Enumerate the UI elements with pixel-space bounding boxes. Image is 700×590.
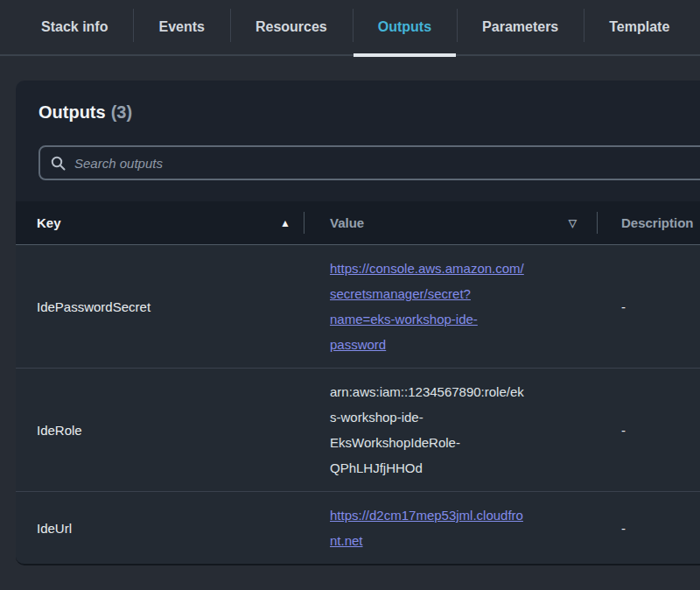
output-value-text: arn:aws:iam::1234567890:role/eks-worksho… (330, 379, 526, 481)
outputs-title-text: Outputs (38, 102, 106, 122)
search-box[interactable] (38, 145, 700, 180)
panel-header: Outputs(3) (16, 81, 700, 123)
output-value: https://console.aws.amazon.com/secretsma… (304, 245, 598, 368)
table-row: IdeRole arn:aws:iam::1234567890:role/eks… (16, 369, 700, 492)
sort-ascending-icon: ▲ (280, 217, 290, 229)
table-row: IdeUrl https://d2cm17mep53jml.cloudfront… (16, 492, 700, 564)
tab-parameters[interactable]: Parameters (457, 0, 584, 55)
output-key: IdePasswordSecret (16, 299, 304, 314)
tab-label: Parameters (482, 19, 558, 35)
column-label: Key (37, 215, 61, 230)
output-key: IdeUrl (16, 521, 304, 536)
outputs-table: Key ▲ Value ▽ Description IdePasswordSec… (16, 201, 700, 564)
output-key: IdeRole (16, 423, 304, 438)
table-header-row: Key ▲ Value ▽ Description (16, 201, 700, 245)
page-title: Outputs(3) (38, 101, 700, 123)
column-header-value[interactable]: Value ▽ (304, 201, 598, 244)
output-value-link[interactable]: https://console.aws.amazon.com/secretsma… (330, 256, 526, 357)
table-body: IdePasswordSecret https://console.aws.am… (16, 245, 700, 564)
column-label: Value (330, 215, 364, 230)
tab-events[interactable]: Events (133, 0, 229, 55)
stack-tab-bar: Stack info Events Resources Outputs Para… (0, 0, 700, 56)
column-header-description[interactable]: Description (598, 201, 700, 244)
tab-resources[interactable]: Resources (230, 0, 353, 55)
output-value: arn:aws:iam::1234567890:role/eks-worksho… (304, 369, 598, 491)
output-value: https://d2cm17mep53jml.cloudfront.net (304, 492, 598, 564)
search-input[interactable] (74, 156, 696, 171)
tab-label: Template (609, 19, 669, 35)
column-label: Description (621, 215, 694, 230)
sort-neutral-icon: ▽ (569, 217, 577, 229)
output-description: - (598, 423, 700, 438)
tab-template[interactable]: Template (584, 0, 695, 55)
outputs-count-badge: (3) (111, 102, 132, 122)
search-icon (51, 156, 66, 171)
tab-label: Resources (256, 19, 327, 35)
output-description: - (598, 521, 700, 536)
output-description: - (598, 299, 700, 314)
output-value-link[interactable]: https://d2cm17mep53jml.cloudfront.net (330, 502, 526, 553)
tab-label: Outputs (378, 19, 431, 35)
outputs-panel: Outputs(3) Key ▲ Value ▽ Description I (16, 81, 700, 565)
column-header-key[interactable]: Key ▲ (16, 201, 304, 244)
tab-label: Events (158, 19, 204, 35)
tab-stack-info[interactable]: Stack info (16, 0, 133, 55)
table-row: IdePasswordSecret https://console.aws.am… (16, 245, 700, 369)
tab-outputs[interactable]: Outputs (353, 0, 457, 55)
tab-label: Stack info (41, 19, 108, 35)
